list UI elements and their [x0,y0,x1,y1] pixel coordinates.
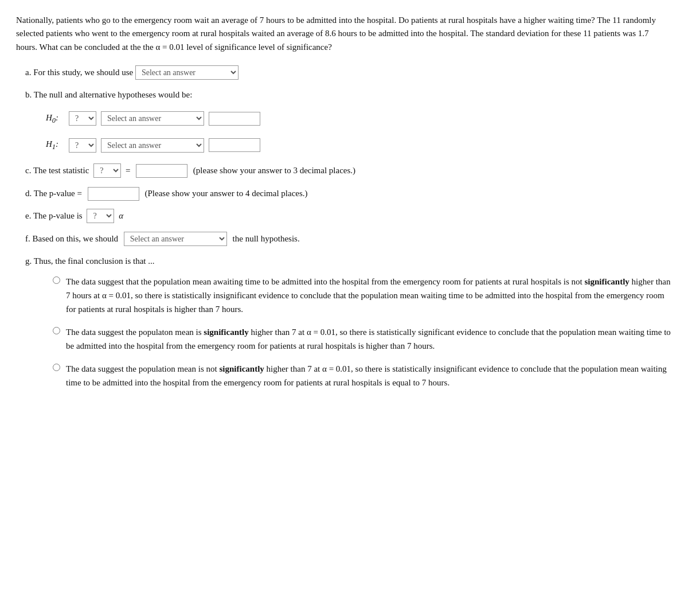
h1-answer-select[interactable]: Select an answer μ μ = 7 x̄ p [101,138,204,153]
part-c-symbol-select[interactable]: ? t z [93,163,121,178]
part-f-select[interactable]: Select an answer reject fail to reject [124,232,227,246]
h1-value-input[interactable] [209,138,260,152]
part-f-label: f. Based on this, we should [25,234,118,243]
part-c: c. The test statistic ? t z = (please sh… [25,163,672,178]
part-c-label: c. The test statistic [25,166,89,175]
part-a-label: a. For this study, we should use [25,68,133,77]
radio-option-3-input[interactable] [53,364,60,371]
radio-option-3-text: The data suggest the population mean is … [66,362,672,389]
h1-label: H1: [46,137,64,153]
part-c-value-input[interactable] [136,164,187,178]
part-e-alpha: α [119,211,123,220]
radio-option-2: The data suggest the populaton mean is s… [53,325,672,353]
part-b: b. The null and alternative hypotheses w… [25,88,672,153]
radio-option-2-text: The data suggest the populaton mean is s… [66,325,672,353]
h0-label: H0: [46,111,64,127]
part-d-note: (Please show your answer to 4 decimal pl… [145,189,308,198]
part-d: d. The p-value = (Please show your answe… [25,186,672,201]
h1-symbol-select[interactable]: ? = < > ≤ ≥ ≠ [69,138,96,153]
radio-option-1-text: The data suggest that the population mea… [66,275,672,316]
part-e-label: e. The p-value is [25,211,83,220]
radio-option-3: The data suggest the population mean is … [53,362,672,389]
part-a: a. For this study, we should use Select … [25,65,672,80]
h1-row: H1: ? = < > ≤ ≥ ≠ Select an answer μ μ =… [46,137,672,153]
radio-option-1: The data suggest that the population mea… [53,275,672,316]
part-e-symbol-select[interactable]: ? < > = [87,209,114,223]
h0-value-input[interactable] [209,112,260,126]
part-b-label: b. The null and alternative hypotheses w… [25,88,672,103]
problem-text: Nationally, patients who go to the emerg… [16,14,672,54]
part-a-select[interactable]: Select an answer t-test for a mean z-tes… [135,65,239,80]
part-g-label: g. Thus, the final conclusion is that ..… [25,254,672,269]
part-d-value-input[interactable] [88,187,139,201]
part-c-note: (please show your answer to 3 decimal pl… [193,166,355,175]
problem-statement: Nationally, patients who go to the emerg… [16,14,672,54]
part-e: e. The p-value is ? < > = α [25,209,672,224]
part-f: f. Based on this, we should Select an an… [25,232,672,247]
h0-row: H0: ? = < > ≤ ≥ ≠ Select an answer μ μ =… [46,111,672,127]
part-d-label: d. The p-value = [25,189,82,198]
radio-option-2-input[interactable] [53,327,60,334]
h0-symbol-select[interactable]: ? = < > ≤ ≥ ≠ [69,111,96,126]
part-g: g. Thus, the final conclusion is that ..… [25,254,672,389]
h0-answer-select[interactable]: Select an answer μ μ = 7 x̄ p [101,111,204,126]
radio-option-1-input[interactable] [53,276,60,284]
part-f-suffix: the null hypothesis. [233,234,300,243]
